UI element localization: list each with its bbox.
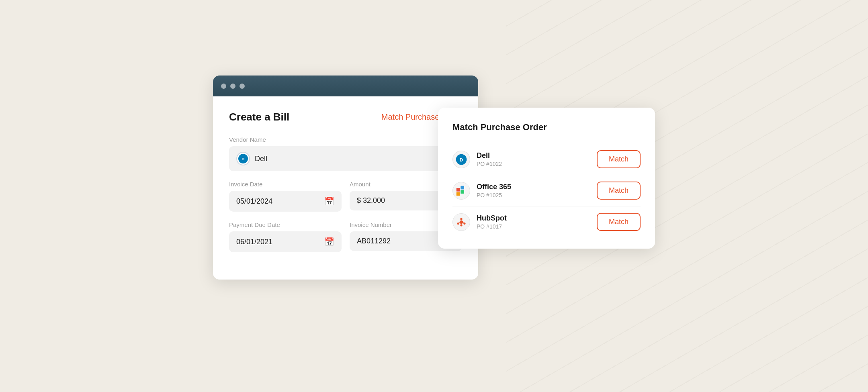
dell-match-button[interactable]: Match (597, 150, 641, 168)
bill-title: Create a Bill (229, 111, 289, 123)
amount-value: $ 32,000 (357, 196, 385, 205)
svg-rect-4 (457, 188, 460, 192)
hubspot-logo (452, 213, 470, 231)
invoice-date-value: 05/01/2024 (236, 197, 272, 206)
invoice-date-label: Invoice Date (229, 181, 342, 188)
office365-logo (452, 182, 470, 200)
po-item-office365: Office 365 PO #1025 Match (452, 175, 641, 206)
payment-due-input[interactable]: 06/01/2021 📅 (229, 231, 342, 252)
hubspot-po-number: PO #1017 (477, 223, 590, 230)
vendor-value: Dell (255, 155, 267, 163)
dell-logo: D (452, 151, 470, 168)
titlebar-dot-1 (221, 84, 226, 89)
svg-point-9 (460, 218, 462, 220)
invoice-date-group: Invoice Date 05/01/2024 📅 (229, 181, 342, 212)
payment-due-label: Payment Due Date (229, 221, 342, 228)
svg-rect-7 (457, 192, 460, 196)
office365-info: Office 365 PO #1025 (477, 183, 590, 198)
office365-name: Office 365 (477, 183, 590, 191)
svg-text:D: D (242, 157, 245, 161)
vendor-label: Vendor Name (229, 136, 462, 143)
office365-match-button[interactable]: Match (597, 182, 641, 200)
po-item-hubspot: HubSpot PO #1017 Match (452, 206, 641, 237)
svg-text:D: D (460, 157, 463, 162)
vendor-group: Vendor Name D Dell (229, 136, 462, 171)
vendor-input[interactable]: D Dell (229, 146, 462, 171)
hubspot-info: HubSpot PO #1017 (477, 214, 590, 230)
titlebar-dot-2 (230, 84, 235, 89)
hubspot-name: HubSpot (477, 214, 590, 223)
match-panel-title: Match Purchase Order (452, 122, 641, 133)
bill-header: Create a Bill Match Purchase Order (229, 111, 462, 123)
hubspot-match-button[interactable]: Match (597, 213, 641, 231)
invoice-amount-row: Invoice Date 05/01/2024 📅 Amount $ 32,00… (229, 181, 462, 221)
match-po-panel: Match Purchase Order D Dell PO #1022 Mat… (438, 108, 655, 249)
svg-rect-6 (461, 190, 464, 194)
invoice-number-value: AB011292 (357, 237, 391, 245)
window-titlebar (213, 76, 478, 96)
payment-due-group: Payment Due Date 06/01/2021 📅 (229, 221, 342, 252)
payment-due-value: 06/01/2021 (236, 238, 272, 246)
dell-name: Dell (477, 151, 590, 160)
dell-info: Dell PO #1022 (477, 151, 590, 167)
svg-rect-5 (461, 186, 464, 189)
office365-po-number: PO #1025 (477, 192, 590, 198)
po-item-dell: D Dell PO #1022 Match (452, 144, 641, 175)
vendor-logo: D (236, 152, 250, 165)
payment-invoice-row: Payment Due Date 06/01/2021 📅 Invoice Nu… (229, 221, 462, 262)
scene: Create a Bill Match Purchase Order Vendo… (213, 51, 655, 341)
invoice-date-input[interactable]: 05/01/2024 📅 (229, 191, 342, 212)
calendar-icon-1: 📅 (324, 196, 334, 206)
svg-point-10 (460, 224, 462, 226)
calendar-icon-2: 📅 (324, 237, 334, 247)
titlebar-dot-3 (240, 84, 245, 89)
dell-po-number: PO #1022 (477, 161, 590, 167)
